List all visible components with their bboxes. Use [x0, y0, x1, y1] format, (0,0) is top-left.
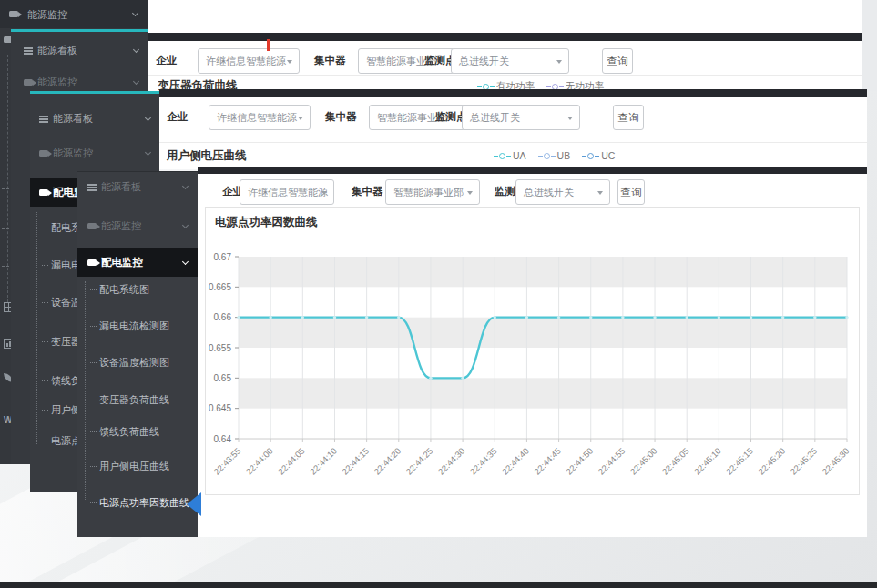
svg-text:22:44:20: 22:44:20: [372, 446, 403, 477]
svg-text:22:45:05: 22:45:05: [660, 446, 691, 477]
panel-power-factor: 企业 许继信息智慧能源 集中器 智慧能源事业部 监测点 总进线开关 查询 电源点…: [198, 174, 867, 537]
kanban-icon: [87, 184, 97, 191]
svg-text:22:44:35: 22:44:35: [468, 446, 499, 477]
tree-line: [36, 212, 37, 444]
sidebar-item-label: 配电监控: [101, 256, 143, 270]
kanban-icon: [24, 47, 33, 55]
concentrator-label: 集中器: [314, 54, 346, 66]
camera-icon: [24, 79, 33, 86]
red-caret-mark: [267, 39, 270, 51]
sidebar-item-label: 能源看板: [101, 180, 141, 195]
svg-text:22:44:25: 22:44:25: [403, 446, 434, 477]
svg-text:0.64: 0.64: [214, 434, 232, 444]
panel-transformer: 企业 许继信息智慧能源 集中器 智慧能源事业部 监测点 总进线开关 查询 变压器…: [148, 41, 862, 94]
sidebar-item-label: 能源看板: [37, 44, 77, 58]
panel-title: 用户侧电压曲线: [167, 148, 247, 164]
legend-marker-icon: [499, 153, 505, 159]
svg-text:0.66: 0.66: [214, 312, 232, 322]
divider: [159, 142, 867, 143]
enterprise-select[interactable]: 许继信息智慧能源: [198, 48, 300, 74]
query-button[interactable]: 查询: [617, 179, 645, 205]
chevron-down-icon: [132, 10, 138, 16]
sidebar-item-label: 能源看板: [53, 112, 93, 127]
tree-tick: [2, 188, 9, 189]
panel-voltage: 企业 许继信息智慧能源 集中器 智慧能源事业部 监测点 总进线开关 查询 用户侧…: [159, 97, 867, 169]
svg-text:22:45:20: 22:45:20: [756, 446, 787, 477]
enterprise-label: 企业: [167, 110, 188, 123]
sidebar-item-energy-monitoring[interactable]: 能源监控: [0, 0, 148, 28]
legend: UA UB UC: [495, 150, 615, 161]
svg-text:22:45:10: 22:45:10: [692, 446, 723, 477]
tree-line: [85, 281, 86, 500]
chevron-down-icon: [133, 46, 139, 53]
submenu-item[interactable]: 漏电电流检测图: [90, 319, 169, 333]
sidebar-item-label: 能源监控: [53, 147, 93, 161]
chevron-down-icon: [182, 222, 189, 228]
svg-text:22:44:00: 22:44:00: [244, 446, 275, 477]
svg-text:22:44:15: 22:44:15: [340, 446, 371, 477]
legend-item[interactable]: UC: [583, 150, 615, 161]
point-select[interactable]: 总进线开关: [451, 48, 569, 74]
tree-tick: [2, 266, 9, 267]
chevron-down-icon: [182, 183, 189, 189]
query-button[interactable]: 查询: [602, 48, 633, 74]
divider: [148, 75, 862, 76]
chevron-down-icon: [145, 115, 151, 121]
svg-text:22:45:15: 22:45:15: [724, 446, 755, 477]
app-stage: 能源监控 W 电能 能源看板 能源监控 企业 许继信息智慧能源 集中器 智慧: [0, 0, 877, 588]
svg-text:22:44:05: 22:44:05: [276, 446, 307, 477]
submenu-item-active[interactable]: 电源点功率因数曲线: [90, 496, 189, 510]
top-nav-bar: [159, 89, 867, 97]
top-nav-bar: [148, 33, 862, 41]
tree-tick: [2, 228, 9, 229]
point-select[interactable]: 总进线开关: [515, 179, 610, 205]
svg-text:22:45:00: 22:45:00: [628, 446, 659, 477]
point-select[interactable]: 总进线开关: [462, 105, 580, 130]
legend-item[interactable]: UA: [495, 150, 526, 161]
svg-text:0.67: 0.67: [214, 252, 232, 262]
camera-icon: [39, 189, 48, 196]
svg-text:22:44:45: 22:44:45: [532, 446, 563, 477]
submenu-item[interactable]: 配电系统图: [90, 283, 149, 297]
sidebar-item-distribution-monitoring[interactable]: 配电监控: [77, 248, 198, 277]
enterprise-select[interactable]: 许继信息智慧能源: [240, 179, 334, 205]
legend-label: UB: [557, 150, 571, 161]
sidebar-item-label: 能源监控: [27, 8, 67, 23]
legend-marker-icon: [587, 153, 594, 159]
submenu-item[interactable]: 设备温度检测图: [90, 356, 169, 370]
enterprise-select[interactable]: 许继信息智慧能源: [209, 105, 311, 130]
active-item-arrow-icon: [187, 492, 201, 516]
svg-text:22:44:50: 22:44:50: [564, 446, 595, 477]
window-bottom-edge: [0, 582, 877, 588]
camera-icon: [9, 11, 18, 17]
chart-title: 电源点功率因数曲线: [215, 215, 318, 230]
chevron-down-icon: [133, 78, 139, 85]
concentrator-select[interactable]: 智慧能源事业部: [385, 179, 480, 205]
legend-item[interactable]: UB: [539, 150, 571, 161]
svg-text:22:44:55: 22:44:55: [596, 446, 627, 477]
sidebar-item-label: 能源监控: [37, 76, 77, 90]
legend-label: UA: [513, 150, 526, 161]
kanban-icon: [39, 116, 48, 123]
query-button[interactable]: 查询: [613, 105, 644, 130]
svg-text:22:45:30: 22:45:30: [820, 446, 851, 477]
svg-text:0.65: 0.65: [214, 373, 232, 383]
enterprise-label: 企业: [156, 54, 177, 66]
base-content-area: [148, 0, 862, 35]
submenu-item[interactable]: 用户侧电压曲线: [90, 460, 169, 473]
chevron-down-icon: [145, 149, 151, 156]
camera-icon: [87, 259, 97, 266]
top-nav-bar: [198, 167, 867, 174]
camera-icon: [87, 223, 97, 229]
submenu-item[interactable]: 变压器负荷曲线: [90, 393, 169, 407]
camera-icon: [39, 150, 48, 157]
svg-text:22:44:40: 22:44:40: [500, 446, 531, 477]
svg-text:22:44:10: 22:44:10: [308, 446, 339, 477]
scroll-gutter[interactable]: [862, 0, 877, 91]
legend-marker-icon: [544, 153, 550, 159]
chart-card: 电源点功率因数曲线 0.670.6650.660.6550.650.6450.6…: [205, 207, 860, 495]
svg-text:22:45:25: 22:45:25: [788, 446, 819, 477]
concentrator-label: 集中器: [352, 185, 383, 198]
submenu-item[interactable]: 馈线负荷曲线: [90, 425, 159, 439]
power-factor-chart: 0.670.6650.660.6550.650.6450.6422:43:552…: [206, 231, 861, 495]
